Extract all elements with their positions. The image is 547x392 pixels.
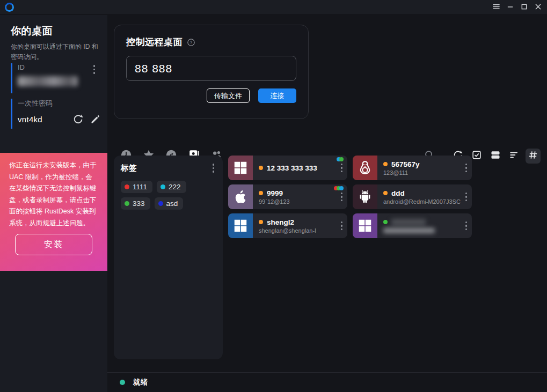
svg-text:?: ? [190,40,192,45]
windows-platform-icon [353,213,377,238]
peer-status-icon [383,162,388,166]
ready-status-icon [120,380,125,385]
tag-chips: 1111222333asd [121,181,216,210]
peer-menu-button[interactable] [464,162,469,174]
peer-card[interactable]: 567567y123@111 [353,156,472,180]
android-logo-icon [357,189,373,205]
windows-logo-icon [357,218,373,234]
windows-logo-icon [232,160,249,176]
connect-card: 控制远程桌面 ? 传输文件 连接 [114,25,309,119]
main-area: 控制远程桌面 ? 传输文件 连接 标签 1111222333asd 12 333… [107,15,547,392]
maximize-icon [521,3,528,12]
peer-username: shenglan@shenglan-l [259,227,337,234]
peer-name: ddd [391,189,405,197]
rustdesk-window: 你的桌面 你的桌面可以通过下面的 ID 和密码访问。 ID 一次性密码 vnt4… [0,0,547,392]
sidebar: 你的桌面 你的桌面可以通过下面的 ID 和密码访问。 ID 一次性密码 vnt4… [0,15,107,392]
maximize-button[interactable] [517,1,531,14]
tag-label: asd [166,199,178,208]
menu-button[interactable] [489,1,503,14]
tag-chip[interactable]: 333 [121,197,150,210]
tag-color-dot [125,201,129,206]
peer-info: dddandroid@Redmi-M2007J3SC [377,189,462,205]
peer-info: 12 333 333 333 [253,164,337,172]
rustdesk-logo-icon [5,3,14,12]
windows-platform-icon [228,213,253,238]
peer-username: 99`12@123 [259,198,337,205]
peer-menu-button[interactable] [464,191,469,203]
peer-card[interactable]: dddandroid@Redmi-M2007J3SC [353,184,472,209]
peer-tag-dots [338,157,344,161]
help-icon[interactable]: ? [187,38,195,47]
peer-sub-redacted [383,228,435,233]
id-value-redacted [18,76,78,86]
peer-info: 999999`12@123 [253,189,337,205]
tag-chip[interactable]: asd [155,197,184,210]
peer-card[interactable]: 999999`12@123 [228,184,347,209]
id-label: ID [18,63,101,71]
tag-color-dot [161,184,165,189]
status-bar: 就绪 [107,372,547,392]
tag-chip[interactable]: 1111 [121,181,152,193]
peer-username: android@Redmi-M2007J3SC [383,198,462,205]
peer-tag-dots [336,186,344,190]
peer-status-icon [259,191,263,195]
peer-status-icon [383,220,388,224]
hamburger-icon [493,3,500,12]
linux-platform-icon [353,156,377,180]
transfer-file-button[interactable]: 传输文件 [207,88,250,103]
tag-label: 333 [133,199,145,208]
remote-id-input[interactable] [126,56,296,81]
peer-info: shengl2shenglan@shenglan-l [253,218,337,234]
tags-header: 标签 [121,163,137,173]
peer-info: 567567y123@111 [377,160,462,176]
peer-name-redacted [391,219,426,226]
peer-status-icon [259,166,263,170]
peer-card[interactable]: shengl2shenglan@shenglan-l [228,213,347,238]
close-icon [535,3,542,12]
password-label: 一次性密码 [18,99,101,108]
peer-menu-button[interactable] [339,220,345,232]
peer-username: 123@111 [383,169,462,176]
id-section: ID [11,63,101,93]
peer-name: 567567y [391,160,420,168]
password-section: 一次性密码 vnt4kd [11,99,101,129]
id-menu-button[interactable] [92,63,97,76]
refresh-password-icon[interactable] [72,114,84,125]
peers-content: 标签 1111222333asd 12 333 333 333567567y12… [114,156,541,371]
peer-card[interactable]: 12 333 333 333 [228,156,347,180]
tag-label: 222 [169,183,181,191]
apple-platform-icon [228,184,253,209]
peer-menu-button[interactable] [339,162,345,174]
edit-password-icon[interactable] [90,114,101,125]
peer-card[interactable] [353,213,472,238]
minimize-icon [507,3,514,12]
tag-color-dot [125,184,129,189]
peer-status-icon [259,220,263,224]
peer-menu-button[interactable] [464,220,469,232]
windows-platform-icon [228,156,253,180]
status-text: 就绪 [133,378,148,387]
tag-color-dot [158,201,163,206]
install-button[interactable]: 安装 [15,234,92,255]
peer-name: shengl2 [267,218,294,226]
connect-title: 控制远程桌面 [126,36,183,48]
close-button[interactable] [531,1,545,14]
minimize-button[interactable] [503,1,517,14]
linux-tux-icon [357,160,373,176]
tags-menu-button[interactable] [211,162,216,174]
peer-menu-button[interactable] [339,191,345,203]
windows-logo-icon [232,218,249,234]
tags-panel: 标签 1111222333asd [114,156,223,359]
peers-grid: 12 333 333 333567567y123@111999999`12@12… [228,156,541,371]
desktop-description: 你的桌面可以通过下面的 ID 和密码访问。 [11,42,99,62]
android-platform-icon [353,184,377,209]
install-warning-panel: 你正在运行未安装版本，由于 UAC 限制，作为被控端，会在某些情况下无法控制鼠标… [0,153,107,271]
connect-button[interactable]: 连接 [258,88,296,103]
titlebar [0,0,547,15]
peer-name: 12 333 333 333 [267,164,317,172]
apple-logo-icon [232,189,249,205]
tag-chip[interactable]: 222 [157,181,186,193]
peer-name: 9999 [267,189,283,197]
peer-status-icon [383,191,388,195]
password-value: vnt4kd [18,115,42,124]
